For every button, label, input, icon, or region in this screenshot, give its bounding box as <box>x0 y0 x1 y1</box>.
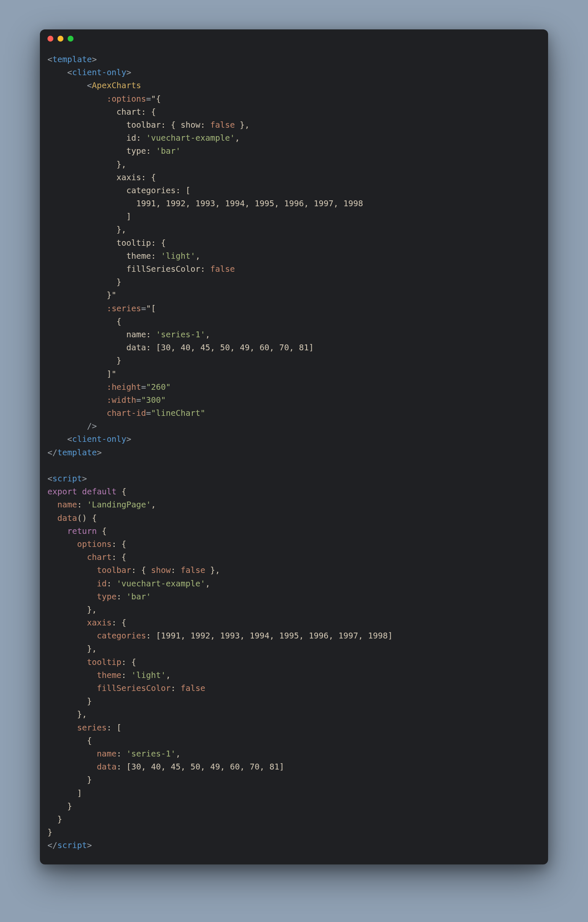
code-token: 1996 <box>284 199 304 208</box>
code-token: > <box>92 55 97 64</box>
code-token: { <box>47 736 92 746</box>
code-token: chart <box>87 552 112 562</box>
code-token: : { <box>121 657 136 667</box>
code-token: , <box>210 343 220 352</box>
code-token: :series <box>107 304 141 313</box>
code-token: 1991 <box>161 631 181 641</box>
code-token: id <box>97 579 106 588</box>
code-token <box>47 749 97 759</box>
code-token: , <box>171 343 181 352</box>
code-token: : <box>116 592 126 602</box>
code-token: 81 <box>299 343 309 352</box>
code-token: , <box>274 199 284 208</box>
code-token: 1992 <box>166 199 186 208</box>
code-token: "[ <box>146 304 156 313</box>
code-token <box>47 683 97 693</box>
window-close-button[interactable] <box>47 36 53 42</box>
code-token: } <box>47 801 72 811</box>
code-token: > <box>126 434 131 444</box>
code-token: 'bar' <box>156 146 181 156</box>
code-token: , <box>215 199 225 208</box>
code-token <box>47 552 87 562</box>
code-token: , <box>151 500 156 510</box>
code-token: 81 <box>269 762 279 772</box>
code-token: : { <box>112 618 126 628</box>
code-token: ApexCharts <box>92 81 141 90</box>
code-token: 'vuechart-example' <box>116 579 205 588</box>
code-token: 1997 <box>339 631 358 641</box>
code-token: , <box>205 330 210 339</box>
code-token: </ <box>47 841 57 850</box>
code-token: , <box>358 631 368 641</box>
code-token: 1995 <box>255 199 274 208</box>
code-token <box>47 723 77 733</box>
code-token: < <box>47 68 72 77</box>
code-token: type: <box>47 146 156 156</box>
code-token <box>47 657 87 667</box>
code-token: < <box>47 434 72 444</box>
code-token: script <box>52 474 82 483</box>
code-token: : <box>171 565 181 575</box>
code-token <box>47 500 57 510</box>
code-token <box>47 565 97 575</box>
code-token: 70 <box>249 762 259 772</box>
code-content[interactable]: <template> <client-only> <ApexCharts :op… <box>40 48 548 864</box>
code-token: chart: { <box>47 107 156 117</box>
editor-window: <template> <client-only> <ApexCharts :op… <box>40 29 548 864</box>
code-token: :height <box>107 382 141 392</box>
code-token: > <box>126 68 131 77</box>
code-token: , <box>220 762 230 772</box>
code-token: </ <box>47 448 57 457</box>
code-token <box>47 526 67 536</box>
code-token: , <box>205 579 210 588</box>
code-token: id: <box>47 133 146 143</box>
code-token: : [ <box>116 762 131 772</box>
code-token: 'light' <box>161 251 195 261</box>
code-token: theme: <box>47 251 161 261</box>
code-token: { <box>47 317 121 326</box>
code-token: { <box>97 526 106 536</box>
code-token: , <box>235 133 240 143</box>
code-token: , <box>249 343 259 352</box>
code-token: 60 <box>260 343 269 352</box>
code-token: 45 <box>171 762 181 772</box>
code-token: "lineChart" <box>151 408 205 418</box>
code-token: , <box>176 749 181 759</box>
code-token: , <box>186 199 195 208</box>
code-token: options <box>77 539 111 549</box>
code-token: chart-id <box>107 408 146 418</box>
code-token: theme <box>97 670 121 680</box>
code-token: > <box>82 474 87 483</box>
code-token: } <box>47 775 92 785</box>
code-token: , <box>200 762 210 772</box>
code-token: 30 <box>161 343 171 352</box>
code-token: : <box>116 749 126 759</box>
code-token: , <box>304 199 314 208</box>
code-token: false <box>210 264 235 274</box>
code-token: : <box>107 579 116 588</box>
code-token: < <box>47 81 92 90</box>
code-token: , <box>245 199 255 208</box>
window-maximize-button[interactable] <box>68 36 74 42</box>
code-token: :width <box>107 395 136 405</box>
code-token: toolbar: { show: <box>47 120 210 130</box>
code-token: return <box>67 526 97 536</box>
code-token: data <box>57 513 77 523</box>
code-token: false <box>210 120 235 130</box>
window-minimize-button[interactable] <box>58 36 63 42</box>
code-token: tooltip <box>87 657 121 667</box>
code-token: > <box>87 841 92 850</box>
code-token: : <box>77 500 87 510</box>
code-token: } <box>47 696 92 706</box>
code-token: , <box>166 670 171 680</box>
code-token: , <box>156 199 165 208</box>
code-token: template <box>57 448 97 457</box>
code-token: ] <box>47 788 82 798</box>
code-token: = <box>141 304 146 313</box>
code-token: 60 <box>230 762 239 772</box>
code-token: 1994 <box>249 631 269 641</box>
code-token <box>47 592 97 602</box>
code-token: fillSeriesColor: <box>47 264 210 274</box>
code-token: 40 <box>181 343 190 352</box>
code-token: : { <box>131 565 151 575</box>
